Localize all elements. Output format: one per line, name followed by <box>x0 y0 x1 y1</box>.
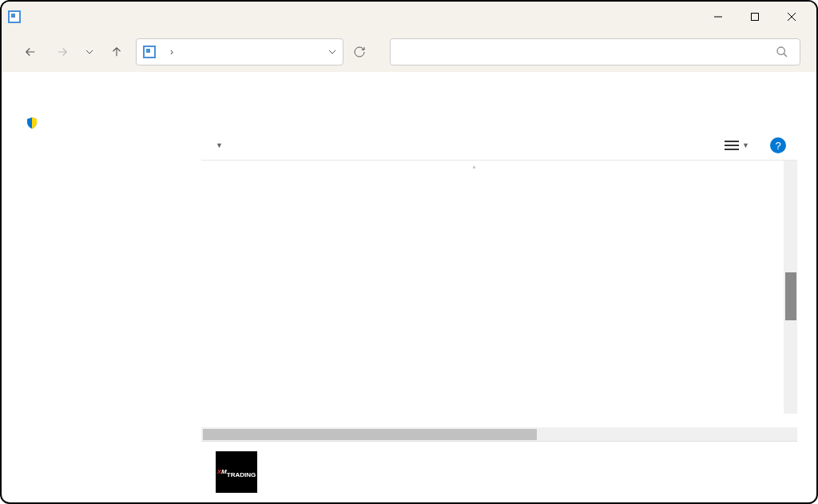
svg-rect-4 <box>752 14 759 21</box>
forward-button[interactable] <box>50 39 75 65</box>
search-icon <box>776 46 788 58</box>
search-box[interactable] <box>390 38 800 65</box>
column-name[interactable]: ˄ <box>212 165 508 174</box>
help-button[interactable]: ? <box>770 137 786 153</box>
refresh-button[interactable] <box>345 38 374 65</box>
address-bar[interactable]: › <box>136 38 343 65</box>
table-header: ˄ <box>201 161 797 179</box>
app-icon <box>8 10 21 23</box>
svg-rect-9 <box>146 49 150 53</box>
chevron-down-icon[interactable] <box>328 48 336 56</box>
location-icon <box>143 46 156 58</box>
sidebar <box>2 72 201 502</box>
maximize-button[interactable] <box>737 4 773 30</box>
svg-rect-2 <box>11 14 15 18</box>
program-icon: XMTRADING <box>216 451 257 493</box>
svg-line-11 <box>784 54 787 57</box>
column-date[interactable] <box>692 165 780 174</box>
back-button[interactable] <box>18 39 43 65</box>
svg-point-10 <box>777 47 784 54</box>
column-publisher[interactable] <box>508 165 692 174</box>
sort-indicator-icon: ˄ <box>472 165 476 174</box>
main-panel: ▼ ▼ ? ˄ X <box>201 72 816 502</box>
recent-dropdown[interactable] <box>81 39 97 65</box>
view-options-button[interactable]: ▼ <box>725 140 749 151</box>
titlebar <box>2 2 816 32</box>
list-view-icon <box>725 140 739 151</box>
vertical-scrollbar[interactable] <box>784 161 797 414</box>
minimize-button[interactable] <box>700 4 737 30</box>
close-button[interactable] <box>773 4 810 30</box>
organize-button[interactable]: ▼ <box>212 141 223 149</box>
up-button[interactable] <box>104 39 129 65</box>
nav-toolbar: › <box>2 32 816 72</box>
shield-icon <box>26 117 38 129</box>
list-toolbar: ▼ ▼ ? <box>201 131 797 161</box>
horizontal-scrollbar[interactable] <box>201 427 797 441</box>
details-pane: XMTRADING <box>201 441 797 502</box>
chevron-right-icon: › <box>170 46 173 58</box>
